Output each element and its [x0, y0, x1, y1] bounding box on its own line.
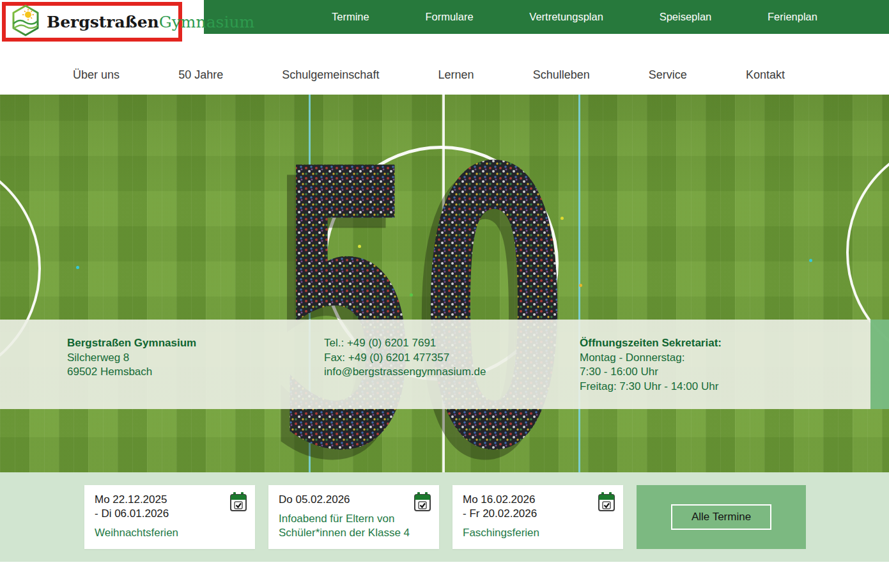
- top-nav-link-speiseplan[interactable]: Speiseplan: [660, 11, 712, 23]
- school-logo-icon: [11, 4, 40, 39]
- footer-strip: [0, 562, 889, 588]
- calendar-icon: [414, 491, 431, 514]
- main-nav: Über uns 50 Jahre Schulgemeinschaft Lern…: [0, 34, 889, 95]
- top-nav-link-vertretungsplan[interactable]: Vertretungsplan: [529, 11, 603, 23]
- event-card-weihnachtsferien[interactable]: Mo 22.12.2025 - Di 06.01.2026 Weihnachts…: [84, 485, 255, 549]
- event-date-end: - Fr 20.02.2026: [463, 507, 613, 521]
- address-street: Silcherweg 8: [67, 351, 196, 366]
- top-nav-link-ferienplan[interactable]: Ferienplan: [768, 11, 817, 23]
- field-marker-dot: [809, 259, 812, 262]
- office-hours-block: Öffnungszeiten Sekretariat: Montag - Don…: [580, 336, 722, 394]
- field-marker-dot: [76, 266, 79, 269]
- top-nav-link-termine[interactable]: Termine: [332, 11, 369, 23]
- hero-50-formation: 50 50: [274, 155, 631, 472]
- top-nav-link-formulare[interactable]: Formulare: [425, 11, 473, 23]
- all-termine-panel: Alle Termine: [637, 485, 806, 549]
- event-title: Weihnachtsferien: [95, 526, 245, 540]
- main-nav-link-schulgemeinschaft[interactable]: Schulgemeinschaft: [282, 68, 379, 82]
- main-nav-link-kontakt[interactable]: Kontakt: [746, 68, 785, 82]
- main-nav-link-lernen[interactable]: Lernen: [438, 68, 474, 82]
- main-nav-link-ueber-uns[interactable]: Über uns: [73, 68, 120, 82]
- calendar-icon: [598, 491, 615, 514]
- office-hours-time2: Freitag: 7:30 Uhr - 14:00 Uhr: [580, 380, 722, 394]
- office-hours-days: Montag - Donnerstag:: [580, 351, 722, 366]
- email-link[interactable]: info@bergstrassengymnasium.de: [324, 365, 486, 380]
- contact-overlay-band: Bergstraßen Gymnasium Silcherweg 8 69502…: [0, 320, 889, 409]
- main-nav-link-schulleben[interactable]: Schulleben: [533, 68, 590, 82]
- formation-number: 50: [274, 155, 568, 472]
- event-date: Mo 16.02.2026: [463, 493, 613, 507]
- school-name: Bergstraßen Gymnasium: [67, 336, 196, 351]
- all-termine-button[interactable]: Alle Termine: [671, 504, 771, 530]
- event-date: Mo 22.12.2025: [95, 493, 245, 507]
- event-date-end: - Di 06.01.2026: [95, 507, 245, 521]
- carousel-peek-strip: [870, 320, 889, 409]
- hero-image: 50 50 Bergstraßen Gymnasium Silcherweg 8…: [0, 95, 889, 472]
- logo-highlight-box[interactable]: BergstraßenGymnasium: [2, 2, 182, 42]
- logo-text-bergstrassen: Bergstraßen: [47, 13, 159, 31]
- office-hours-title: Öffnungszeiten Sekretariat:: [580, 336, 722, 351]
- event-card-faschingsferien[interactable]: Mo 16.02.2026 - Fr 20.02.2026 Faschingsf…: [452, 485, 623, 549]
- office-hours-time1: 7:30 - 16:00 Uhr: [580, 365, 722, 380]
- phone-number: Tel.: +49 (0) 6201 7691: [324, 336, 486, 351]
- top-nav-bar: Termine Formulare Vertretungsplan Speise…: [204, 0, 889, 34]
- event-card-infoabend[interactable]: Do 05.02.2026 Infoabend für Eltern von S…: [268, 485, 439, 549]
- address-block: Bergstraßen Gymnasium Silcherweg 8 69502…: [67, 336, 196, 380]
- fax-number: Fax: +49 (0) 6201 477357: [324, 351, 486, 366]
- events-bar: Mo 22.12.2025 - Di 06.01.2026 Weihnachts…: [0, 472, 889, 562]
- main-nav-link-50-jahre[interactable]: 50 Jahre: [178, 68, 223, 82]
- logo-text: BergstraßenGymnasium: [47, 13, 254, 31]
- phone-block: Tel.: +49 (0) 6201 7691 Fax: +49 (0) 620…: [324, 336, 486, 380]
- main-nav-link-service[interactable]: Service: [649, 68, 687, 82]
- event-title: Faschingsferien: [463, 526, 613, 540]
- logo-text-gymnasium: Gymnasium: [159, 13, 254, 31]
- event-title: Infoabend für Eltern von Schüler*innen d…: [279, 512, 429, 540]
- event-date: Do 05.02.2026: [279, 493, 429, 507]
- top-nav: Termine Formulare Vertretungsplan Speise…: [332, 11, 817, 23]
- address-city: 69502 Hemsbach: [67, 365, 196, 380]
- top-bar: Termine Formulare Vertretungsplan Speise…: [0, 0, 889, 34]
- calendar-icon: [229, 491, 247, 514]
